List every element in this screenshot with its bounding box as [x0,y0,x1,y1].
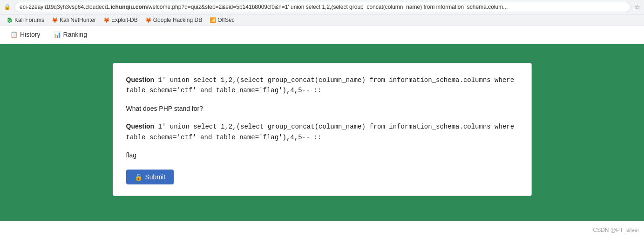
browser-bar: 🔒 eci-2zeayli1t9q3yh3vsp64.cloudeci1.ich… [0,0,644,14]
url-bar[interactable]: eci-2zeayli1t9q3yh3vsp64.cloudeci1.ichun… [14,2,630,12]
bookmark-exploit-db-label: Exploit-DB [111,17,138,23]
question1-sql: 1' union select 1,2,(select group_concat… [126,76,515,94]
question-card: Question 1' union select 1,2,(select gro… [113,63,532,196]
bookmarks-bar: 🐉 Kali Forums 🦊 Kali NetHunter 🦊 Exploit… [0,14,644,26]
question3-sql: 1' union select 1,2,(select group_concat… [126,123,515,141]
bookmark-google-hacking-db[interactable]: 🦊 Google Hacking DB [142,16,205,24]
bookmark-offsec-label: OffSec [217,17,234,23]
nav-ranking[interactable]: 📊 Ranking [47,26,94,44]
url-suffix: /welcome.php?q=quiz&step=2&eid=5b141b800… [147,4,508,10]
question3-label: Question [126,122,155,130]
bookmark-kali-forums[interactable]: 🐉 Kali Forums [4,16,47,24]
question3-block: Question 1' union select 1,2,(select gro… [126,121,518,143]
question1-block: Question 1' union select 1,2,(select gro… [126,75,518,96]
nav-ranking-label: Ranking [63,31,87,38]
lock-icon: 🔒 [4,4,11,10]
url-prefix: eci-2zeayli1t9q3yh3vsp64.cloudeci1. [20,4,110,10]
bookmark-google-hacking-label: Google Hacking DB [153,17,202,23]
question2-text: What does PHP stand for? [126,103,518,114]
bookmark-kali-nethunter-label: Kali NetHunter [60,17,96,23]
submit-label: Submit [145,173,166,181]
nav-bar: 📋 History 📊 Ranking [0,26,644,44]
answer-text: flag [126,150,518,160]
offsec-icon: 📶 [210,17,216,23]
google-hacking-icon: 🦊 [145,17,152,23]
bookmark-kali-forums-label: Kali Forums [14,17,44,23]
bookmark-exploit-db[interactable]: 🦊 Exploit-DB [101,16,141,24]
question1-label: Question [126,76,155,83]
bookmark-star-icon[interactable]: ☆ [634,3,640,11]
nav-history-label: History [20,31,41,38]
kali-nethunter-icon: 🦊 [52,17,58,23]
ranking-icon: 📊 [54,31,61,38]
bookmark-offsec[interactable]: 📶 OffSec [207,16,237,24]
history-icon: 📋 [10,31,18,38]
kali-forums-icon: 🐉 [7,17,13,23]
bookmark-kali-nethunter[interactable]: 🦊 Kali NetHunter [49,16,99,24]
exploit-db-icon: 🦊 [103,17,110,23]
url-domain: ichunqiu.com [110,4,147,10]
nav-history[interactable]: 📋 History [4,26,47,44]
submit-lock-icon: 🔒 [135,173,142,181]
main-content: Question 1' union select 1,2,(select gro… [0,44,644,221]
submit-button[interactable]: 🔒 Submit [126,170,174,184]
